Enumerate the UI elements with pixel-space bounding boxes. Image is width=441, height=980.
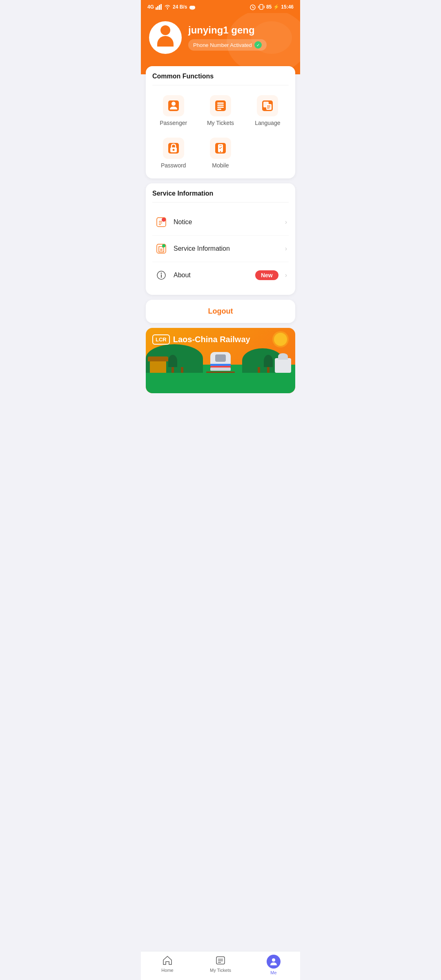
mobile-icon bbox=[214, 142, 227, 154]
avatar[interactable] bbox=[149, 21, 182, 54]
service-info-chevron: › bbox=[285, 245, 287, 252]
service-info-icon bbox=[154, 241, 169, 256]
svg-point-28 bbox=[172, 149, 174, 151]
mobile-label: Mobile bbox=[212, 162, 229, 169]
svg-rect-17 bbox=[217, 105, 224, 106]
service-information-title: Service Information bbox=[152, 190, 289, 203]
passenger-label: Passenger bbox=[160, 120, 187, 126]
tree-4 bbox=[255, 357, 263, 373]
signal-bars-icon bbox=[156, 4, 162, 10]
banner-card[interactable]: LCR Laos-China Railway bbox=[146, 328, 295, 393]
my-tickets-icon bbox=[214, 100, 227, 112]
tree-2 bbox=[178, 357, 186, 373]
svg-rect-10 bbox=[260, 4, 263, 9]
lcr-logo: LCR bbox=[152, 334, 170, 345]
functions-grid: Passenger My Tickets bbox=[152, 92, 289, 172]
banner-logo: LCR Laos-China Railway bbox=[152, 334, 250, 345]
function-my-tickets[interactable]: My Tickets bbox=[199, 92, 241, 129]
passenger-icon bbox=[167, 100, 180, 112]
password-icon-bg bbox=[163, 138, 184, 159]
svg-rect-32 bbox=[219, 145, 222, 146]
svg-point-44 bbox=[161, 273, 162, 274]
data-speed: 24 B/s bbox=[173, 4, 187, 10]
svg-point-31 bbox=[220, 151, 221, 152]
status-right: 85 ⚡ 15:46 bbox=[249, 4, 294, 10]
password-label: Password bbox=[161, 162, 186, 169]
svg-rect-49 bbox=[210, 368, 231, 371]
service-list: Notice › Service Information › bbox=[152, 209, 289, 288]
battery-percent: 85 bbox=[266, 4, 272, 10]
svg-rect-19 bbox=[217, 109, 221, 110]
service-information-card: Service Information Notice › bbox=[146, 183, 295, 295]
phone-badge: Phone Number Activated ✓ bbox=[188, 39, 267, 51]
notice-icon bbox=[154, 215, 169, 229]
svg-rect-18 bbox=[217, 107, 224, 108]
svg-point-39 bbox=[162, 244, 165, 247]
function-language[interactable]: Language bbox=[247, 92, 289, 129]
svg-point-14 bbox=[172, 102, 176, 106]
mobile-icon-bg bbox=[210, 138, 231, 159]
my-tickets-label: My Tickets bbox=[207, 120, 234, 126]
status-left: 4G 24 B/s bbox=[147, 3, 196, 11]
about-icon bbox=[154, 268, 169, 283]
profile-info: junying1 geng Phone Number Activated ✓ bbox=[188, 24, 267, 51]
banner-sun bbox=[274, 333, 287, 346]
passenger-icon-bg bbox=[163, 95, 184, 116]
function-password[interactable]: Password bbox=[152, 134, 194, 172]
logout-button[interactable]: Logout bbox=[208, 307, 233, 315]
wifi-icon bbox=[164, 4, 171, 10]
cloud-icon bbox=[189, 3, 196, 11]
banner-monument bbox=[275, 358, 291, 373]
about-chevron: › bbox=[285, 272, 287, 279]
language-icon-bg bbox=[257, 95, 278, 116]
tree-3 bbox=[264, 355, 273, 373]
service-item-service-info[interactable]: Service Information › bbox=[152, 236, 289, 262]
banner-train bbox=[206, 350, 235, 375]
status-bar: 4G 24 B/s 85 ⚡ 1 bbox=[141, 0, 300, 13]
svg-rect-46 bbox=[215, 354, 226, 362]
password-icon bbox=[167, 142, 180, 154]
common-functions-title: Common Functions bbox=[152, 73, 289, 85]
my-tickets-icon-bg bbox=[210, 95, 231, 116]
service-item-about[interactable]: About New › bbox=[152, 262, 289, 288]
logout-card[interactable]: Logout bbox=[146, 300, 295, 323]
tree-1 bbox=[168, 355, 177, 373]
common-functions-card: Common Functions Passenger bbox=[146, 66, 295, 178]
check-icon: ✓ bbox=[254, 41, 262, 49]
function-mobile[interactable]: Mobile bbox=[199, 134, 241, 172]
battery-icon: ⚡ bbox=[273, 4, 279, 10]
signal-text: 4G bbox=[147, 4, 154, 10]
svg-rect-16 bbox=[217, 102, 224, 104]
service-info-label: Service Information bbox=[174, 245, 280, 252]
banner-temple bbox=[150, 361, 166, 373]
profile-name: junying1 geng bbox=[188, 24, 267, 36]
svg-rect-50 bbox=[206, 372, 235, 373]
alarm-icon bbox=[249, 4, 256, 10]
banner-title: Laos-China Railway bbox=[173, 335, 250, 344]
svg-point-6 bbox=[192, 6, 195, 9]
profile-row: junying1 geng Phone Number Activated ✓ bbox=[149, 21, 292, 54]
notice-label: Notice bbox=[174, 218, 280, 226]
language-icon bbox=[261, 100, 274, 112]
svg-rect-1 bbox=[157, 6, 158, 10]
svg-rect-48 bbox=[210, 364, 231, 366]
banner-content: LCR Laos-China Railway bbox=[146, 328, 295, 393]
service-item-notice[interactable]: Notice › bbox=[152, 209, 289, 236]
svg-rect-0 bbox=[156, 7, 157, 10]
function-passenger[interactable]: Passenger bbox=[152, 92, 194, 129]
svg-rect-3 bbox=[160, 4, 162, 10]
profile-header: junying1 geng Phone Number Activated ✓ bbox=[141, 13, 300, 74]
svg-point-34 bbox=[162, 218, 166, 222]
new-badge: New bbox=[255, 270, 278, 280]
phone-badge-text: Phone Number Activated bbox=[193, 42, 252, 48]
time: 15:46 bbox=[281, 4, 294, 10]
language-label: Language bbox=[255, 120, 280, 126]
about-label: About bbox=[174, 272, 250, 279]
svg-rect-2 bbox=[159, 5, 160, 10]
vibrate-icon bbox=[258, 4, 265, 10]
notice-chevron: › bbox=[285, 218, 287, 226]
